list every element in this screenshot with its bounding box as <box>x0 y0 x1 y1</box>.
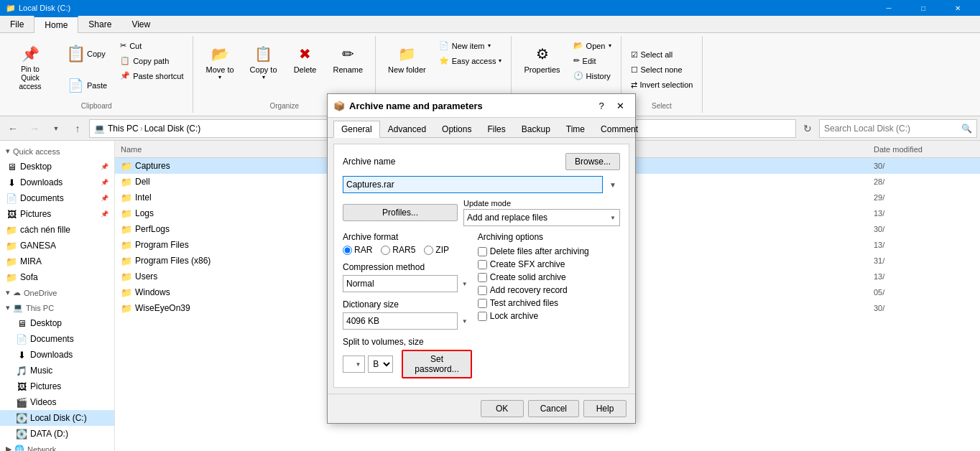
copy-button[interactable]: 📋 Copy <box>57 39 114 69</box>
rar5-radio[interactable] <box>381 246 390 255</box>
archive-name-input[interactable] <box>343 176 603 193</box>
this-pc-section[interactable]: ▾ 💻 This PC <box>0 300 114 315</box>
tab-options[interactable]: Options <box>434 121 479 138</box>
open-button[interactable]: 📂 Open ▾ <box>570 39 615 52</box>
tab-advanced[interactable]: Advanced <box>380 121 434 138</box>
tab-general[interactable]: General <box>333 121 380 138</box>
sidebar-item-ganesa[interactable]: 📁 GANESA <box>0 238 114 254</box>
archive-name-dropdown[interactable]: ▼ <box>606 176 620 193</box>
sfx-archive-checkbox-label[interactable]: Create SFX archive <box>478 259 620 269</box>
sidebar-item-mira[interactable]: 📁 MIRA <box>0 254 114 269</box>
minimize-button[interactable]: ─ <box>872 0 905 16</box>
sidebar-item-cach-nen[interactable]: 📁 cách nén fille <box>0 222 114 238</box>
sidebar-item-local-disk-c[interactable]: 💽 Local Disk (C:) <box>0 410 114 426</box>
rar-radio[interactable] <box>343 246 352 255</box>
tab-file[interactable]: File <box>0 16 34 32</box>
sidebar-item-music[interactable]: 🎵 Music <box>0 363 114 378</box>
sidebar-item-pictures-qa[interactable]: 🖼 Pictures 📌 <box>0 206 114 222</box>
rar5-radio-label[interactable]: RAR5 <box>381 245 415 255</box>
properties-button[interactable]: ⚙ Properties <box>517 39 566 78</box>
close-window-button[interactable]: ✕ <box>941 0 974 16</box>
zip-radio[interactable] <box>424 246 433 255</box>
solid-archive-checkbox-label[interactable]: Create solid archive <box>478 272 620 282</box>
tab-view[interactable]: View <box>121 16 160 32</box>
sidebar-item-documents-pc[interactable]: 📄 Documents <box>0 331 114 347</box>
test-files-checkbox[interactable] <box>478 299 487 308</box>
onedrive-section[interactable]: ▾ ☁ OneDrive <box>0 285 114 300</box>
tab-home[interactable]: Home <box>34 16 78 33</box>
lock-archive-checkbox[interactable] <box>478 312 487 321</box>
crumb-local-disk[interactable]: Local Disk (C:) <box>144 124 201 134</box>
set-password-button[interactable]: Set password... <box>402 350 471 378</box>
tab-time[interactable]: Time <box>558 121 593 138</box>
tab-files[interactable]: Files <box>479 121 513 138</box>
rename-button[interactable]: ✏ Rename <box>327 39 370 78</box>
tab-backup[interactable]: Backup <box>514 121 558 138</box>
sfx-archive-checkbox[interactable] <box>478 260 487 269</box>
select-none-button[interactable]: ☐ Select none <box>627 63 686 77</box>
profiles-button[interactable]: Profiles... <box>343 204 458 221</box>
new-item-button[interactable]: 📄 New item ▾ <box>435 39 506 52</box>
ok-button[interactable]: OK <box>481 400 524 417</box>
delete-files-checkbox-label[interactable]: Delete files after archiving <box>478 246 620 256</box>
compression-select[interactable]: Normal <box>343 275 458 292</box>
test-files-checkbox-label[interactable]: Test archived files <box>478 298 620 308</box>
tab-comment[interactable]: Comment <box>593 121 646 138</box>
edit-icon: ✏ <box>573 56 580 65</box>
crumb-this-pc[interactable]: This PC <box>108 124 139 134</box>
browse-button[interactable]: Browse... <box>565 153 620 170</box>
onedrive-icon: ☁ <box>13 288 21 297</box>
split-unit-select[interactable]: B <box>368 355 393 373</box>
search-bar[interactable]: 🔍 <box>819 119 977 138</box>
refresh-button[interactable]: ↻ <box>798 118 818 139</box>
paste-button[interactable]: 📄 Paste <box>57 70 114 101</box>
copy-to-button[interactable]: 📋 Copy to ▾ <box>244 39 284 84</box>
sidebar-item-pictures-pc[interactable]: 🖼 Pictures <box>0 378 114 394</box>
pin-quick-access-button[interactable]: 📌 Pin to Quick access <box>6 39 55 95</box>
sidebar-item-desktop-pc[interactable]: 🖥 Desktop <box>0 315 114 331</box>
up-button[interactable]: ↑ <box>68 118 88 139</box>
rar-radio-label[interactable]: RAR <box>343 245 372 255</box>
help-button[interactable]: Help <box>583 400 627 417</box>
invert-selection-button[interactable]: ⇄ Invert selection <box>627 78 697 92</box>
delete-button[interactable]: ✖ Delete <box>287 39 324 78</box>
lock-archive-checkbox-label[interactable]: Lock archive <box>478 311 620 321</box>
sidebar-item-downloads-pc[interactable]: ⬇ Downloads <box>0 347 114 363</box>
history-button[interactable]: 🕐 History <box>570 69 615 83</box>
maximize-button[interactable]: □ <box>907 0 940 16</box>
zip-radio-label[interactable]: ZIP <box>424 245 449 255</box>
update-mode-select[interactable]: Add and replace files <box>463 209 620 226</box>
edit-button[interactable]: ✏ Edit <box>570 54 615 68</box>
sidebar-item-downloads-qa[interactable]: ⬇ Downloads 📌 <box>0 175 114 190</box>
paste-shortcut-button[interactable]: 📌 Paste shortcut <box>116 69 187 83</box>
dialog-titlebar: 📦 Archive name and parameters ? ✕ <box>328 94 635 118</box>
dialog-close-button[interactable]: ✕ <box>611 98 629 113</box>
folder-icon: 📁 <box>121 302 132 314</box>
search-input[interactable] <box>824 124 961 134</box>
select-all-button[interactable]: ☑ Select all <box>627 48 677 62</box>
recovery-record-checkbox-label[interactable]: Add recovery record <box>478 285 620 295</box>
new-folder-button[interactable]: 📁 New folder <box>382 39 433 78</box>
forward-button[interactable]: → <box>24 118 45 139</box>
solid-archive-checkbox[interactable] <box>478 273 487 282</box>
sidebar-item-sofa[interactable]: 📁 Sofa <box>0 269 114 285</box>
recovery-record-checkbox[interactable] <box>478 286 487 295</box>
recent-locations-button[interactable]: ▼ <box>46 118 66 139</box>
dialog-help-button[interactable]: ? <box>592 98 611 113</box>
easy-access-button[interactable]: ⭐ Easy access ▾ <box>435 54 506 68</box>
quick-access-section[interactable]: ▾ Quick access <box>0 144 114 159</box>
sidebar-item-data-d[interactable]: 💽 DATA (D:) <box>0 426 114 442</box>
sidebar-item-desktop-qa[interactable]: 🖥 Desktop 📌 <box>0 159 114 175</box>
copy-path-button[interactable]: 📋 Copy path <box>116 54 187 68</box>
split-input[interactable] <box>343 355 365 373</box>
sidebar-item-documents-qa[interactable]: 📄 Documents 📌 <box>0 190 114 206</box>
sidebar-item-videos[interactable]: 🎬 Videos <box>0 394 114 410</box>
move-to-button[interactable]: 📂 Move to ▾ <box>199 39 240 84</box>
cut-button[interactable]: ✂ Cut <box>116 39 187 52</box>
tab-share[interactable]: Share <box>78 16 121 32</box>
dictionary-select[interactable]: 4096 KB <box>343 312 458 330</box>
network-section[interactable]: ▶ 🌐 Network <box>0 442 114 451</box>
back-button[interactable]: ← <box>3 118 23 139</box>
cancel-button[interactable]: Cancel <box>528 400 579 417</box>
delete-files-checkbox[interactable] <box>478 247 487 256</box>
